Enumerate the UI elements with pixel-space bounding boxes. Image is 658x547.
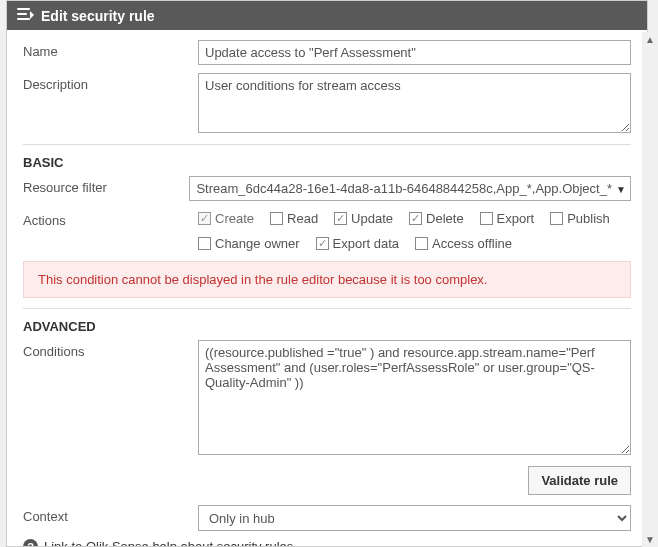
action-change-owner-checkbox[interactable]: Change owner xyxy=(198,236,300,251)
edit-list-icon xyxy=(17,7,35,24)
validate-rule-button[interactable]: Validate rule xyxy=(528,466,631,495)
name-input[interactable] xyxy=(198,40,631,65)
action-access-offline-checkbox[interactable]: Access offline xyxy=(415,236,512,251)
action-label: Read xyxy=(287,211,318,226)
scroll-up-icon: ▲ xyxy=(645,34,655,45)
action-create-checkbox: ✓Create xyxy=(198,211,254,226)
basic-heading: BASIC xyxy=(23,155,631,170)
context-select[interactable]: Only in hub xyxy=(198,505,631,531)
action-label: Export data xyxy=(333,236,400,251)
actions-group: ✓CreateRead✓Update✓DeleteExportPublishCh… xyxy=(198,209,631,251)
checkbox-icon xyxy=(415,237,428,250)
resource-filter-value: Stream_6dc44a28-16e1-4da8-a11b-646488442… xyxy=(190,177,630,200)
help-link-text: Link to Qlik Sense help about security r… xyxy=(44,539,293,546)
vertical-scrollbar[interactable]: ▲ ▼ xyxy=(642,32,658,547)
action-label: Create xyxy=(215,211,254,226)
scroll-down-icon: ▼ xyxy=(645,534,655,545)
action-delete-checkbox[interactable]: ✓Delete xyxy=(409,211,464,226)
checkbox-icon: ✓ xyxy=(198,212,211,225)
checkbox-icon xyxy=(270,212,283,225)
checkbox-icon xyxy=(198,237,211,250)
actions-label: Actions xyxy=(23,209,198,228)
conditions-label: Conditions xyxy=(23,340,198,359)
dialog-body: Name Description BASIC Resource filter S… xyxy=(7,30,647,546)
dialog-title: Edit security rule xyxy=(41,8,155,24)
action-export-checkbox[interactable]: Export xyxy=(480,211,535,226)
context-label: Context xyxy=(23,505,198,524)
help-icon: ? xyxy=(23,539,38,546)
checkbox-icon: ✓ xyxy=(334,212,347,225)
checkbox-icon: ✓ xyxy=(409,212,422,225)
action-label: Update xyxy=(351,211,393,226)
help-link[interactable]: ? Link to Qlik Sense help about security… xyxy=(23,539,631,546)
action-label: Change owner xyxy=(215,236,300,251)
resource-filter-label: Resource filter xyxy=(23,176,189,195)
description-label: Description xyxy=(23,73,198,92)
action-update-checkbox[interactable]: ✓Update xyxy=(334,211,393,226)
edit-security-rule-dialog: Edit security rule Name Description BASI… xyxy=(6,0,648,547)
conditions-textarea[interactable] xyxy=(198,340,631,455)
checkbox-icon xyxy=(480,212,493,225)
divider xyxy=(23,144,631,145)
description-textarea[interactable] xyxy=(198,73,631,133)
advanced-heading: ADVANCED xyxy=(23,319,631,334)
action-label: Access offline xyxy=(432,236,512,251)
resource-filter-dropdown[interactable]: Stream_6dc44a28-16e1-4da8-a11b-646488442… xyxy=(189,176,631,201)
checkbox-icon xyxy=(550,212,563,225)
action-label: Export xyxy=(497,211,535,226)
complexity-warning: This condition cannot be displayed in th… xyxy=(23,261,631,298)
action-read-checkbox[interactable]: Read xyxy=(270,211,318,226)
divider xyxy=(23,308,631,309)
checkbox-icon: ✓ xyxy=(316,237,329,250)
action-publish-checkbox[interactable]: Publish xyxy=(550,211,610,226)
chevron-down-icon: ▼ xyxy=(616,183,626,194)
name-label: Name xyxy=(23,40,198,59)
action-export-data-checkbox[interactable]: ✓Export data xyxy=(316,236,400,251)
dialog-titlebar: Edit security rule xyxy=(7,1,647,30)
action-label: Delete xyxy=(426,211,464,226)
action-label: Publish xyxy=(567,211,610,226)
